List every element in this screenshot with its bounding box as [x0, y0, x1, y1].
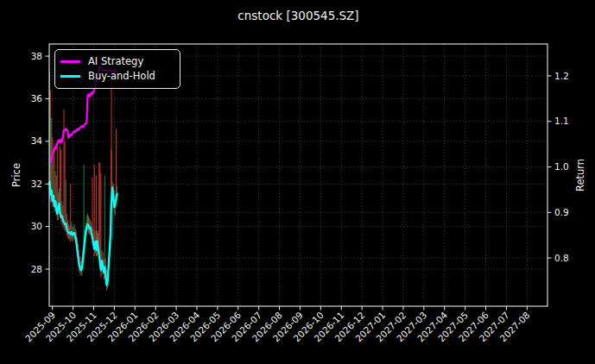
legend-item-ai-strategy: AI Strategy: [60, 57, 174, 67]
price-tick-label: 32: [31, 179, 42, 189]
legend-item-buy-and-hold: Buy-and-Hold: [60, 72, 174, 82]
price-tick-label: 28: [31, 264, 42, 274]
chart-figure: cnstock [300545.SZ] Price Return 2830323…: [0, 0, 595, 364]
price-tick-label: 30: [31, 221, 42, 231]
legend-label-ai-strategy: AI Strategy: [88, 57, 143, 67]
price-tick-label: 34: [31, 135, 43, 146]
return-tick-label: 1.2: [554, 71, 569, 81]
return-tick-label: 0.8: [554, 253, 569, 263]
return-tick-label: 1.0: [554, 161, 569, 172]
legend: AI Strategy Buy-and-Hold: [54, 49, 180, 89]
price-tick-label: 38: [31, 51, 42, 61]
return-tick-label: 0.9: [554, 207, 569, 217]
ai-strategy-line-swatch: [60, 60, 80, 63]
return-tick-label: 1.1: [554, 116, 569, 126]
legend-label-buy-and-hold: Buy-and-Hold: [88, 72, 155, 82]
price-tick-label: 36: [31, 93, 43, 104]
buy-and-hold-line-swatch: [60, 75, 80, 78]
